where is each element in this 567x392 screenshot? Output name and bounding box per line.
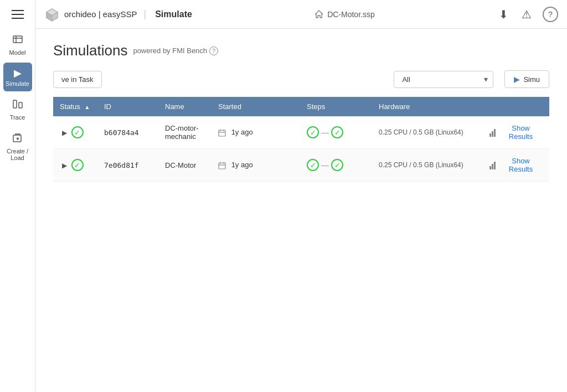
col-actions bbox=[483, 97, 549, 116]
row2-started-cell: 1y ago bbox=[212, 149, 300, 182]
simulations-table: Status ▲ ID Name Started Steps Hardware bbox=[53, 97, 549, 182]
topbar: orchideo | easySSP | Simulate DC-Motor.s… bbox=[35, 0, 567, 29]
row2-expand-button[interactable]: ▶ bbox=[60, 161, 69, 171]
home-icon bbox=[314, 9, 324, 19]
table-row: ▶ ✓ 7e06d81f DC-Motor bbox=[53, 149, 549, 182]
row1-status-ok-icon: ✓ bbox=[71, 126, 84, 138]
row2-chart-icon bbox=[489, 161, 496, 169]
sidebar-item-model-label: Model bbox=[9, 49, 26, 56]
row1-actions-cell: Show Results bbox=[483, 116, 549, 149]
simulate-button[interactable]: ▶ Simu bbox=[504, 70, 549, 88]
subtitle-help-icon[interactable]: ? bbox=[209, 47, 218, 55]
page-title-row: Simulations powered by FMI Bench ? bbox=[53, 42, 549, 59]
row1-expand-button[interactable]: ▶ bbox=[60, 128, 69, 138]
col-started: Started bbox=[212, 97, 300, 116]
calendar-icon bbox=[218, 129, 226, 137]
filter-select-container: All Running Completed Failed bbox=[394, 71, 493, 88]
row2-steps-cell: ✓ — ✓ bbox=[300, 149, 372, 182]
table-row: ▶ ✓ b60784a4 DC-motor-mechanic bbox=[53, 116, 549, 149]
sidebar-item-model[interactable]: Model bbox=[1, 29, 34, 60]
simulate-play-icon: ▶ bbox=[514, 75, 520, 84]
row2-show-results-button[interactable]: Show Results bbox=[489, 157, 543, 173]
topbar-actions: ⬇ ⚠ ? bbox=[497, 6, 558, 23]
row2-status-cell: ▶ ✓ bbox=[53, 149, 97, 182]
col-hardware: Hardware bbox=[372, 97, 483, 116]
module-title: Simulate bbox=[155, 9, 192, 19]
sidebar-item-create-load[interactable]: Create / Load bbox=[1, 127, 34, 166]
save-in-task-button[interactable]: ve in Task bbox=[53, 71, 102, 88]
row1-started-cell: 1y ago bbox=[212, 116, 300, 149]
calendar-icon-2 bbox=[218, 162, 226, 169]
row1-show-results-button[interactable]: Show Results bbox=[489, 124, 543, 141]
table-header-row: Status ▲ ID Name Started Steps Hardware bbox=[53, 97, 549, 116]
row1-steps-end-icon: ✓ bbox=[331, 126, 343, 138]
warning-button[interactable]: ⚠ bbox=[519, 6, 534, 23]
main-area: orchideo | easySSP | Simulate DC-Motor.s… bbox=[35, 0, 567, 392]
row1-started-text: 1y ago bbox=[231, 128, 253, 136]
brand: orchideo | easySSP | Simulate bbox=[44, 7, 192, 22]
simulate-btn-label: Simu bbox=[523, 75, 540, 84]
trace-icon bbox=[12, 98, 24, 113]
sort-asc-icon: ▲ bbox=[84, 104, 90, 110]
menu-button[interactable] bbox=[7, 4, 29, 24]
row2-hardware-cell: 0.25 CPU / 0.5 GB (Linux64) bbox=[372, 149, 483, 182]
sidebar-item-trace-label: Trace bbox=[10, 114, 25, 121]
row1-hardware-cell: 0.25 CPU / 0.5 GB (Linux64) bbox=[372, 116, 483, 149]
svg-rect-16 bbox=[219, 163, 225, 169]
sidebar-item-simulate[interactable]: ▶ Simulate bbox=[3, 63, 32, 91]
topbar-file: DC-Motor.ssp bbox=[314, 9, 375, 19]
row1-status-cell: ▶ ✓ bbox=[53, 116, 97, 149]
save-in-task-label: ve in Task bbox=[61, 75, 94, 84]
row2-id-cell: 7e06d81f bbox=[97, 149, 158, 182]
app-logo bbox=[44, 7, 60, 22]
row2-steps-end-icon: ✓ bbox=[331, 159, 343, 171]
page-subtitle: powered by FMI Bench ? bbox=[133, 47, 218, 55]
row2-steps-start-icon: ✓ bbox=[307, 159, 319, 171]
row1-steps-cell: ✓ — ✓ bbox=[300, 116, 372, 149]
simulate-icon: ▶ bbox=[14, 67, 22, 79]
row1-steps-start-icon: ✓ bbox=[307, 126, 319, 138]
row2-actions-cell: Show Results bbox=[483, 149, 549, 182]
brand-text: orchideo | easySSP bbox=[64, 9, 137, 19]
create-load-icon bbox=[12, 132, 24, 147]
row2-started-text: 1y ago bbox=[231, 161, 253, 169]
svg-rect-0 bbox=[13, 36, 22, 43]
row2-name-cell: DC-Motor bbox=[158, 149, 212, 182]
toolbar: ve in Task All Running Completed Failed … bbox=[53, 70, 549, 88]
svg-rect-4 bbox=[19, 102, 22, 108]
download-button[interactable]: ⬇ bbox=[497, 6, 511, 23]
sidebar: Model ▶ Simulate Trace bbox=[0, 0, 35, 392]
col-id: ID bbox=[97, 97, 158, 116]
content-area: Simulations powered by FMI Bench ? ve in… bbox=[35, 29, 567, 392]
sidebar-item-create-load-label: Create / Load bbox=[3, 148, 32, 161]
svg-rect-12 bbox=[219, 130, 225, 136]
help-button[interactable]: ? bbox=[543, 7, 558, 22]
page-title: Simulations bbox=[53, 42, 127, 59]
sidebar-item-simulate-label: Simulate bbox=[6, 80, 29, 87]
row1-id-cell: b60784a4 bbox=[97, 116, 158, 149]
filter-select[interactable]: All Running Completed Failed bbox=[394, 71, 493, 88]
row1-name-cell: DC-motor-mechanic bbox=[158, 116, 212, 149]
file-name: DC-Motor.ssp bbox=[327, 10, 375, 19]
row2-status-ok-icon: ✓ bbox=[71, 159, 84, 171]
col-status: Status ▲ bbox=[53, 97, 97, 116]
col-steps: Steps bbox=[300, 97, 372, 116]
svg-rect-3 bbox=[13, 100, 17, 108]
row1-chart-icon bbox=[489, 128, 496, 137]
col-name: Name bbox=[158, 97, 212, 116]
model-icon bbox=[12, 33, 24, 48]
sidebar-item-trace[interactable]: Trace bbox=[1, 94, 34, 125]
